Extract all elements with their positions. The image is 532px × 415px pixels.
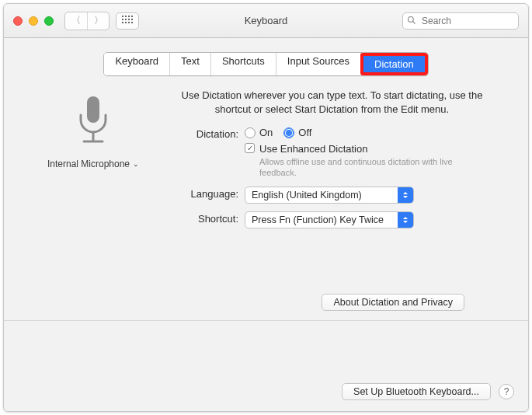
dictation-row: Dictation: On Off (159, 127, 505, 179)
microphone-icon (70, 93, 116, 155)
search-icon (407, 16, 416, 27)
select-arrows-icon (398, 212, 413, 228)
chevron-down-icon: ⌄ (133, 160, 139, 168)
annotation-highlight: Dictation (360, 53, 428, 75)
microphone-column: Internal Microphone ⌄ (27, 93, 159, 311)
tab-input-sources[interactable]: Input Sources (276, 53, 360, 75)
tab-bar: Keyboard Text Shortcuts Input Sources Di… (4, 52, 528, 76)
content-area: Keyboard Text Shortcuts Input Sources Di… (4, 38, 528, 411)
about-dictation-button[interactable]: About Dictation and Privacy (322, 294, 464, 311)
svg-line-1 (413, 21, 416, 23)
dictation-pane: Internal Microphone ⌄ Use Dictation wher… (4, 76, 528, 311)
language-select[interactable]: English (United Kingdom) (245, 187, 414, 204)
select-arrows-icon (398, 187, 413, 203)
language-value: English (United Kingdom) (252, 190, 362, 201)
chevron-right-icon: 〉 (94, 14, 103, 27)
tab-keyboard[interactable]: Keyboard (104, 53, 169, 75)
dictation-off-option[interactable]: Off (283, 127, 311, 138)
settings-column: Use Dictation wherever you can type text… (159, 89, 505, 311)
microphone-selector[interactable]: Internal Microphone ⌄ (47, 159, 139, 169)
shortcut-value: Press Fn (Function) Key Twice (252, 214, 384, 225)
chevron-left-icon: 〈 (71, 14, 81, 27)
radio-icon (283, 127, 294, 138)
minimize-icon[interactable] (29, 16, 38, 26)
shortcut-row: Shortcut: Press Fn (Function) Key Twice (159, 211, 505, 228)
tab-shortcuts[interactable]: Shortcuts (210, 53, 276, 75)
grid-icon (122, 16, 133, 26)
forward-button[interactable]: 〉 (87, 12, 109, 30)
enhanced-hint: Allows offline use and continuous dictat… (259, 156, 461, 179)
svg-rect-2 (87, 96, 99, 123)
dictation-label: Dictation: (159, 127, 245, 140)
shortcut-label: Shortcut: (159, 211, 245, 225)
show-all-button[interactable] (116, 12, 139, 30)
dictation-on-option[interactable]: On (245, 127, 273, 138)
language-row: Language: English (United Kingdom) (159, 187, 505, 204)
tab-text[interactable]: Text (169, 53, 210, 75)
search-input[interactable] (402, 12, 519, 30)
on-label: On (259, 127, 273, 138)
close-icon[interactable] (13, 16, 23, 26)
enhanced-label: Use Enhanced Dictation (259, 143, 461, 155)
off-label: Off (298, 127, 311, 138)
intro-text: Use Dictation wherever you can type text… (167, 89, 497, 116)
window-controls (13, 16, 54, 26)
search-field-wrap (402, 12, 519, 30)
language-label: Language: (159, 187, 245, 200)
shortcut-select[interactable]: Press Fn (Function) Key Twice (245, 211, 414, 228)
window-title: Keyboard (245, 15, 288, 26)
back-button[interactable]: 〈 (65, 12, 87, 30)
divider (4, 320, 528, 321)
zoom-icon[interactable] (44, 16, 54, 26)
svg-point-0 (409, 16, 414, 22)
titlebar: 〈 〉 Keyboard (4, 4, 528, 38)
microphone-label: Internal Microphone (47, 159, 130, 169)
nav-buttons: 〈 〉 (64, 12, 110, 30)
help-button[interactable]: ? (499, 384, 514, 399)
radio-icon (245, 127, 256, 138)
setup-bluetooth-button[interactable]: Set Up Bluetooth Keyboard... (342, 383, 491, 400)
preferences-window: 〈 〉 Keyboard Keyboard Text Shortcuts Inp… (3, 3, 529, 412)
tab-dictation[interactable]: Dictation (363, 56, 425, 72)
enhanced-checkbox[interactable] (245, 143, 255, 153)
footer: Set Up Bluetooth Keyboard... ? (342, 383, 514, 400)
